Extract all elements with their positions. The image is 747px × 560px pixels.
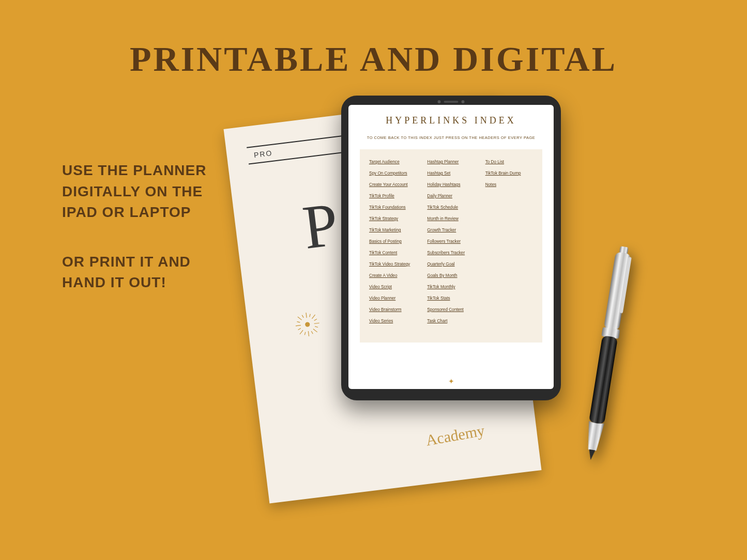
promo-slide: PRINTABLE AND DIGITAL USE THE PLANNER DI… xyxy=(0,0,747,560)
index-link[interactable]: TikTok Foundations xyxy=(369,205,417,210)
index-link[interactable]: Create Your Account xyxy=(369,182,417,187)
svg-line-11 xyxy=(315,326,318,328)
index-link[interactable]: Holiday Hashtags xyxy=(427,182,475,187)
svg-line-5 xyxy=(298,316,302,320)
index-link[interactable]: TikTok Schedule xyxy=(427,205,475,210)
left-copy: USE THE PLANNER DIGITALLY ON THE IPAD OR… xyxy=(62,160,227,293)
index-link[interactable]: TikTok Marketing xyxy=(369,228,417,232)
index-link[interactable]: Hashtag Planner xyxy=(427,160,475,164)
index-link[interactable]: Goals By Month xyxy=(427,273,475,278)
svg-line-13 xyxy=(304,332,306,335)
svg-rect-18 xyxy=(604,252,631,331)
index-link[interactable]: Hashtag Set xyxy=(427,171,475,176)
index-link[interactable]: Task Chart xyxy=(427,319,475,323)
svg-rect-21 xyxy=(589,335,618,425)
svg-line-7 xyxy=(312,315,316,319)
svg-line-3 xyxy=(296,325,301,326)
index-link[interactable]: TikTok Video Strategy xyxy=(369,262,417,267)
index-link[interactable]: Subscribers Tracker xyxy=(427,251,475,255)
paper-big-letter: P xyxy=(299,189,342,263)
svg-line-10 xyxy=(314,319,317,321)
index-column-3: To Do ListTikTok Brain DumpNotes xyxy=(485,160,533,330)
tablet-screen: HYPERLINKS INDEX TO COME BACK TO THIS IN… xyxy=(348,105,554,389)
index-link[interactable]: TikTok Monthly xyxy=(427,285,475,289)
index-link[interactable]: Growth Tracker xyxy=(427,228,475,232)
svg-point-0 xyxy=(305,322,310,327)
index-link[interactable]: Video Series xyxy=(369,319,417,323)
paper-header-text-partial: PRO xyxy=(253,149,273,159)
svg-line-1 xyxy=(306,313,307,318)
index-link[interactable]: Month in Review xyxy=(427,216,475,221)
index-link[interactable]: TikTok Brain Dump xyxy=(485,171,533,176)
index-link[interactable]: TikTok Stats xyxy=(427,296,475,301)
index-link[interactable]: Spy On Competitors xyxy=(369,171,417,176)
copy-paragraph-2: OR PRINT IT AND HAND IT OUT! xyxy=(62,252,227,293)
sunburst-icon xyxy=(293,310,322,339)
tablet-mockup: HYPERLINKS INDEX TO COME BACK TO THIS IN… xyxy=(341,96,561,400)
index-link[interactable]: Quarterly Goal xyxy=(427,262,475,267)
index-link[interactable]: Video Script xyxy=(369,285,417,289)
svg-line-8 xyxy=(299,330,303,334)
index-link[interactable]: To Do List xyxy=(485,160,533,164)
svg-line-14 xyxy=(298,329,301,330)
index-column-2: Hashtag PlannerHashtag SetHoliday Hashta… xyxy=(427,160,475,330)
index-subtitle: TO COME BACK TO THIS INDEX JUST PRESS ON… xyxy=(360,135,542,140)
index-link[interactable]: Target Audience xyxy=(369,160,417,164)
svg-line-15 xyxy=(297,322,300,323)
tablet-camera-icon xyxy=(437,100,465,103)
index-column-1: Target AudienceSpy On CompetitorsCreate … xyxy=(369,160,417,330)
index-link[interactable]: Video Brainstorm xyxy=(369,307,417,312)
svg-line-9 xyxy=(310,314,311,317)
index-title: HYPERLINKS INDEX xyxy=(360,115,542,126)
svg-line-2 xyxy=(308,331,309,336)
headline: PRINTABLE AND DIGITAL xyxy=(0,39,747,80)
index-link[interactable]: Followers Tracker xyxy=(427,239,475,244)
index-link[interactable]: Sponsored Content xyxy=(427,307,475,312)
index-link[interactable]: Daily Planner xyxy=(427,194,475,198)
svg-line-6 xyxy=(313,329,317,333)
index-link[interactable]: Video Planner xyxy=(369,296,417,301)
paper-script-signature: Academy xyxy=(424,422,486,449)
index-link[interactable]: TikTok Content xyxy=(369,251,417,255)
hyperlinks-index-box: Target AudienceSpy On CompetitorsCreate … xyxy=(360,149,542,343)
svg-line-16 xyxy=(302,315,303,318)
index-link[interactable]: Create A Video xyxy=(369,273,417,278)
pen-graphic xyxy=(575,244,640,463)
copy-paragraph-1: USE THE PLANNER DIGITALLY ON THE IPAD OR… xyxy=(62,160,227,223)
index-link[interactable]: TikTok Profile xyxy=(369,194,417,198)
page-star-icon: ✦ xyxy=(448,377,454,386)
svg-line-4 xyxy=(314,323,319,323)
index-link[interactable]: Notes xyxy=(485,182,533,187)
svg-line-12 xyxy=(311,331,313,334)
index-link[interactable]: TikTok Strategy xyxy=(369,216,417,221)
index-link[interactable]: Basics of Posting xyxy=(369,239,417,244)
